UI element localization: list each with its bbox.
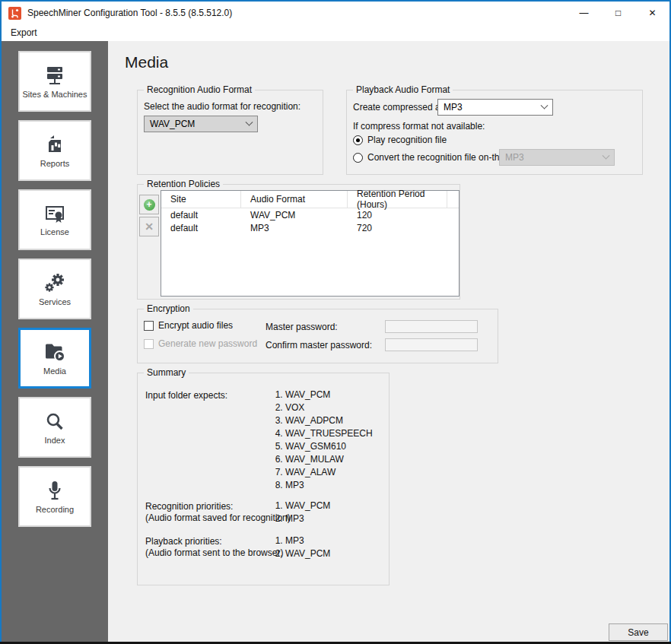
menubar: Export	[2, 24, 669, 41]
retention-table-header: Site Audio Format Retention Period (Hour…	[161, 191, 459, 208]
media-folder-icon	[42, 341, 68, 364]
list-item: WAV_ADPCM	[285, 414, 373, 427]
microphone-icon	[45, 480, 65, 503]
label-subline: (Audio format saved for recognition)	[145, 512, 291, 524]
retention-policies-group: Retention Policies + ✕ Site Audio Format…	[137, 184, 460, 300]
page-title: Media	[125, 53, 168, 71]
close-icon[interactable]: ✕	[635, 2, 669, 24]
list-item: MP3	[285, 535, 330, 547]
label-line: Playback priorities:	[145, 536, 283, 547]
cell-audio-format: WAV_PCM	[241, 210, 348, 220]
add-icon: +	[144, 199, 155, 211]
app-logo-icon	[8, 7, 21, 20]
recognition-format-label: Select the audio format for recognition:	[144, 101, 301, 112]
compressed-file-select[interactable]: MP3	[437, 99, 553, 116]
radio-label: Play recognition file	[367, 135, 447, 145]
confirm-password-field[interactable]	[385, 338, 478, 351]
checkbox-label: Generate new password	[158, 338, 257, 349]
app-window: SpeechMiner Configuration Tool - 8.5.5 (…	[0, 0, 671, 642]
list-item: WAV_GSM610	[285, 440, 373, 453]
chevron-down-icon	[541, 101, 549, 109]
playback-priorities-list: MP3 WAV_PCM	[273, 535, 330, 560]
list-item: WAV_PCM	[285, 547, 330, 560]
minimize-icon[interactable]: —	[567, 2, 601, 24]
list-item: WAV_TRUESPEECH	[285, 427, 373, 440]
save-button[interactable]: Save	[609, 623, 668, 641]
label-line: Recognition priorities:	[145, 501, 291, 512]
chevron-down-icon	[246, 118, 253, 125]
column-header-audio-format[interactable]: Audio Format	[241, 191, 348, 208]
cell-retention-hours: 120	[348, 210, 447, 220]
certificate-icon	[43, 204, 67, 225]
checkbox-icon	[144, 339, 154, 349]
group-label: Playback Audio Format	[353, 84, 453, 95]
convert-format-select: MP3	[499, 149, 615, 166]
table-row[interactable]: default WAV_PCM 120	[161, 208, 459, 221]
sidebar-item-sites-machines[interactable]: Sites & Machines	[18, 51, 91, 112]
sidebar-item-reports[interactable]: Reports	[18, 120, 91, 181]
sidebar-nav: Sites & Machines Reports	[2, 41, 108, 642]
group-label: Retention Policies	[144, 179, 223, 189]
sidebar-item-label: Recording	[36, 505, 74, 514]
column-header-retention-period[interactable]: Retention Period (Hours)	[348, 191, 447, 208]
delete-icon: ✕	[145, 220, 154, 233]
list-item: WAV_PCM	[285, 389, 373, 401]
sidebar-item-label: Index	[45, 436, 65, 445]
fallback-label: If compress format not available:	[353, 121, 485, 132]
radio-selected-icon	[353, 135, 363, 145]
list-item: MP3	[285, 512, 330, 525]
recognition-priorities-label: Recognition priorities: (Audio format sa…	[145, 501, 291, 524]
sidebar-item-index[interactable]: Index	[18, 397, 91, 458]
playback-priorities-label: Playback priorities: (Audio format sent …	[145, 536, 283, 559]
bar-chart-icon	[43, 134, 66, 157]
encryption-group: Encryption Encrypt audio files Generate …	[137, 309, 498, 363]
sidebar-item-license[interactable]: License	[18, 189, 91, 250]
master-password-field[interactable]	[385, 320, 478, 333]
sidebar-item-recording[interactable]: Recording	[18, 466, 91, 527]
magnifier-icon	[43, 411, 66, 433]
input-formats-list: WAV_PCM VOX WAV_ADPCM WAV_TRUESPEECH WAV…	[273, 389, 373, 492]
window-titlebar: SpeechMiner Configuration Tool - 8.5.5 (…	[2, 2, 669, 24]
summary-group: Summary Input folder expects: WAV_PCM VO…	[137, 373, 390, 585]
recognition-format-select[interactable]: WAV_PCM	[144, 116, 258, 132]
cell-audio-format: MP3	[241, 223, 348, 233]
list-item: WAV_ALAW	[285, 466, 373, 479]
sidebar-item-label: Reports	[40, 159, 70, 168]
group-label: Encryption	[144, 303, 193, 314]
group-label: Recognition Audio Format	[144, 84, 255, 95]
delete-policy-button: ✕	[139, 217, 159, 236]
add-policy-button[interactable]: +	[139, 195, 159, 214]
sidebar-item-services[interactable]: Services	[18, 259, 91, 319]
generate-new-password-checkbox: Generate new password	[144, 338, 257, 349]
list-item: VOX	[285, 401, 373, 414]
radio-unselected-icon	[353, 153, 363, 163]
master-password-label: Master password:	[266, 322, 338, 332]
window-title: SpeechMiner Configuration Tool - 8.5.5 (…	[27, 8, 232, 18]
input-folder-label: Input folder expects:	[145, 390, 227, 401]
encrypt-audio-files-checkbox[interactable]: Encrypt audio files	[144, 320, 233, 331]
confirm-password-label: Confirm master password:	[266, 340, 372, 351]
compressed-file-value: MP3	[444, 102, 463, 113]
sidebar-item-label: Media	[43, 366, 66, 376]
play-recognition-file-radio[interactable]: Play recognition file	[353, 135, 447, 145]
media-settings-page: Media Recognition Audio Format Select th…	[108, 41, 669, 642]
checkbox-icon	[144, 321, 154, 331]
playback-audio-format-group: Playback Audio Format Create compressed …	[346, 90, 643, 175]
table-row[interactable]: default MP3 720	[161, 221, 459, 234]
cell-retention-hours: 720	[348, 223, 447, 233]
list-item: WAV_MULAW	[285, 453, 373, 466]
convert-format-value: MP3	[505, 152, 524, 163]
list-item: MP3	[285, 479, 373, 492]
group-label: Summary	[144, 367, 189, 378]
list-item: WAV_PCM	[285, 500, 330, 512]
menu-export[interactable]: Export	[8, 26, 40, 40]
column-header-site[interactable]: Site	[161, 191, 241, 208]
chevron-down-icon	[603, 151, 610, 159]
gears-icon	[43, 272, 67, 295]
recognition-priorities-list: WAV_PCM MP3	[273, 500, 330, 525]
recognition-audio-format-group: Recognition Audio Format Select the audi…	[137, 90, 323, 175]
sidebar-item-media[interactable]: Media	[18, 328, 91, 389]
sidebar-item-label: License	[40, 227, 69, 236]
sidebar-item-label: Sites & Machines	[23, 90, 87, 99]
maximize-icon[interactable]: □	[601, 2, 635, 24]
